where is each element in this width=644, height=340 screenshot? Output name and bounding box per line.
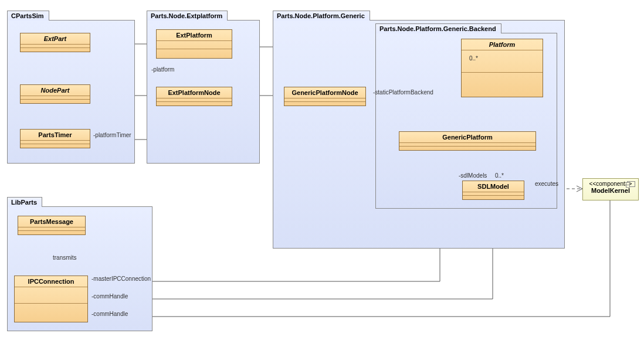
class-name: ExtPart	[21, 33, 90, 45]
class-ipcconnection: IPCConnection	[14, 276, 88, 322]
package-title: Parts.Node.Platform.Generic	[273, 11, 370, 21]
label-commhandle2: -commHandle	[91, 311, 128, 317]
label-staticplatformbackend: -staticPlatformBackend	[373, 89, 433, 96]
class-extplatform: ExtPlatform	[156, 29, 232, 59]
label-mult2: 0..*	[495, 172, 504, 179]
class-name: GenericPlatform	[399, 132, 535, 143]
class-name: PartsTimer	[21, 130, 90, 141]
class-name: NodePart	[21, 85, 90, 96]
label-masteripcconnection: -masterIPCConnection	[91, 276, 151, 282]
package-title: LibParts	[7, 197, 42, 207]
class-name: ExtPlatformNode	[157, 87, 232, 98]
class-genericplatformnode: GenericPlatformNode	[284, 87, 366, 106]
component-modelkernel: <<component>> ModelKernel	[582, 178, 639, 200]
package-title: Parts.Node.Platform.Generic.Backend	[375, 23, 501, 33]
class-name: ExtPlatform	[157, 30, 232, 41]
label-transmits: transmits	[53, 254, 77, 261]
class-extplatformnode: ExtPlatformNode	[156, 87, 232, 106]
class-sdlmodel: SDLModel	[462, 181, 524, 200]
package-title: CPartsSim	[7, 11, 49, 21]
label-mult1: 0..*	[469, 55, 478, 62]
class-extpart: ExtPart	[20, 33, 90, 52]
label-platform: -platform	[151, 66, 174, 73]
label-platformtimer: -platformTimer	[93, 132, 131, 138]
class-platform: Platform	[461, 39, 543, 97]
class-nodepart: NodePart	[20, 84, 90, 104]
class-name: GenericPlatformNode	[284, 87, 365, 98]
class-partstimer: PartsTimer	[20, 129, 90, 148]
component-name: ModelKernel	[583, 187, 638, 194]
class-partsmessage: PartsMessage	[18, 216, 86, 235]
label-sdlmodels: -sdlModels	[459, 172, 487, 179]
label-commhandle1: -commHandle	[91, 293, 128, 300]
class-genericplatform: GenericPlatform	[399, 131, 536, 151]
class-name: SDLModel	[463, 181, 524, 192]
component-icon	[627, 181, 635, 187]
class-name: IPCConnection	[15, 276, 87, 287]
package-title: Parts.Node.Extplatform	[147, 11, 228, 21]
class-name: Platform	[462, 39, 543, 50]
class-name: PartsMessage	[18, 216, 85, 227]
label-executes: executes	[535, 181, 558, 187]
